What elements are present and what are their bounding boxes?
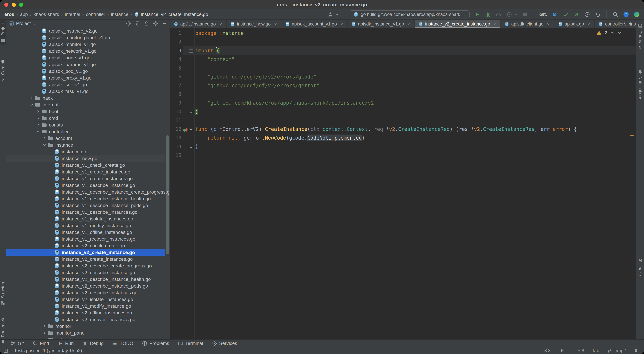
tree-item[interactable]: instance_v2_modify_instance.go <box>6 303 165 309</box>
tree-item[interactable]: instance_v2_isolate_instances.go <box>6 296 165 303</box>
tree-item[interactable]: instance_v1_create_instances.go <box>6 175 165 182</box>
tree-item[interactable]: apisdk_pod_v1.go <box>6 68 165 75</box>
code-line[interactable]: 7 "github.com/gogf/gf/v2/errors/gerror" <box>170 81 636 90</box>
tool-window-button-run[interactable]: Run <box>58 341 74 346</box>
collapse-all-button[interactable] <box>144 21 149 26</box>
project-view-selector[interactable]: Project <box>9 21 36 26</box>
project-tree-scrollbar[interactable] <box>166 135 169 254</box>
code-line[interactable]: 2 <box>170 38 636 46</box>
tree-item[interactable]: instance_new.go <box>6 155 165 162</box>
tool-window-button-git[interactable]: Git <box>10 341 24 346</box>
locate-file-button[interactable] <box>126 21 131 26</box>
run-button[interactable] <box>474 11 480 18</box>
tree-item[interactable]: instance_v2_create_instances.go <box>6 256 165 262</box>
code-editor[interactable]: 1package instance23import (4 "context"56… <box>170 28 636 339</box>
tree-item[interactable]: apisdk_params_v1.go <box>6 61 165 68</box>
tool-window-button-debug[interactable]: Debug <box>82 341 104 346</box>
tree-item[interactable]: apisdk_sell_v1.go <box>6 81 165 88</box>
unlock-icon[interactable] <box>634 348 638 353</box>
code-line[interactable]: 3import ( <box>170 46 636 55</box>
tool-window-button-terminal[interactable]: Terminal <box>178 341 203 346</box>
tree-item[interactable]: instance_v2_create_instance.go <box>6 249 165 256</box>
tool-window-button-problems[interactable]: Problems <box>142 341 169 346</box>
editor-tab[interactable]: apisdk.iclient.go <box>501 20 554 28</box>
line-separator[interactable]: LF <box>558 348 564 353</box>
tree-item[interactable]: apisdk_monitor_panel_v1.go <box>6 34 165 41</box>
tool-strip-item-notifications[interactable]: Notifications <box>636 67 644 103</box>
tree-item[interactable]: apisdk_node_v1.go <box>6 54 165 61</box>
indent-style[interactable]: Tab <box>592 348 599 353</box>
history-button[interactable] <box>584 11 590 18</box>
breadcrumb-item[interactable]: eros <box>4 12 14 17</box>
tree-item[interactable]: instance_v1_recover_instances.go <box>6 236 165 242</box>
editor-tab[interactable]: apisdk_instance_v1.go <box>348 20 415 28</box>
tab-close-icon[interactable] <box>340 22 344 26</box>
code-line[interactable]: 5 <box>170 64 636 73</box>
code-line[interactable]: 6 "github.com/gogf/gf/v2/errors/gcode" <box>170 73 636 81</box>
breadcrumb-item[interactable]: app <box>20 12 28 17</box>
rollback-button[interactable] <box>595 11 601 18</box>
fold-end-icon[interactable] <box>188 144 194 149</box>
breadcrumb-item[interactable]: instance_v2_create_instance.go <box>134 12 208 17</box>
tree-item[interactable]: instance_v1_offline_instances.go <box>6 229 165 236</box>
editor-tab[interactable]: instance_v2_create_instance.go <box>415 20 501 28</box>
tab-close-icon[interactable] <box>493 22 497 26</box>
git-branch-widget[interactable]: temp2 <box>607 348 626 353</box>
tree-item[interactable]: instance_v1_modify_instance.go <box>6 222 165 229</box>
inspection-widget[interactable]: 2 <box>596 30 622 36</box>
gear-icon[interactable] <box>153 21 158 26</box>
debug-button[interactable] <box>485 11 491 18</box>
tree-item[interactable]: cmd <box>6 115 165 122</box>
tool-strip-item-make[interactable]: Mmake <box>636 256 644 278</box>
editor-tab[interactable]: api/.../instance.go <box>170 20 226 28</box>
tool-window-switcher-icon[interactable] <box>3 348 8 353</box>
hide-panel-button[interactable] <box>162 21 167 26</box>
git-push-button[interactable] <box>573 11 580 18</box>
code-line[interactable]: 4 "context" <box>170 55 636 64</box>
fold-end-icon[interactable] <box>188 109 194 114</box>
tab-close-icon[interactable] <box>219 22 222 26</box>
profiler-button[interactable] <box>496 11 502 18</box>
tree-item[interactable]: instance_v2_describe_create_progress.go <box>6 262 165 269</box>
editor-tab[interactable]: apisdk.go <box>554 20 595 28</box>
tool-strip-item-structure[interactable]: Structure <box>0 278 6 308</box>
tree-item[interactable]: instance_v1_isolate_instances.go <box>6 215 165 222</box>
tool-window-button-todo[interactable]: TODO <box>112 341 133 346</box>
code-line[interactable]: 1package instance <box>170 29 636 38</box>
file-encoding[interactable]: UTF-8 <box>572 348 584 353</box>
tree-item[interactable]: instance_v1_check_create.go <box>6 162 165 168</box>
search-everywhere-button[interactable] <box>612 11 618 18</box>
tool-strip-item-project[interactable]: Project <box>0 20 6 45</box>
code-line[interactable]: 11 <box>170 116 636 125</box>
code-line[interactable]: 10) <box>170 107 636 116</box>
update-available-icon[interactable] <box>623 11 629 18</box>
code-line[interactable]: 13 return nil, gerror.NewCode(gcode.Code… <box>170 134 636 142</box>
coverage-button[interactable] <box>506 11 512 18</box>
expand-all-button[interactable] <box>135 21 140 26</box>
tree-item[interactable]: instance_v1_describe_instances.go <box>6 209 165 215</box>
breadcrumb-item[interactable]: instance <box>111 12 128 17</box>
caret-position[interactable]: 3:8 <box>544 348 551 353</box>
fold-start-icon[interactable] <box>188 48 194 53</box>
error-stripe-warning-mark[interactable] <box>630 135 634 136</box>
next-warning-button[interactable] <box>617 31 622 35</box>
tree-item[interactable]: apisdk_instance_v2.go <box>6 28 165 34</box>
breadcrumb-item[interactable]: internal <box>65 12 80 17</box>
tool-window-button-services[interactable]: Services <box>212 341 237 346</box>
tree-item[interactable]: network <box>6 336 165 339</box>
fold-start-icon[interactable] <box>188 127 194 132</box>
code-line[interactable]: 15 <box>170 151 636 160</box>
tool-window-button-find[interactable]: Find <box>32 341 49 346</box>
tab-close-icon[interactable] <box>546 22 550 26</box>
tree-item[interactable]: instance_v2_offline_instances.go <box>6 309 165 316</box>
tree-item[interactable]: monitor <box>6 323 165 329</box>
code-line[interactable]: 8 <box>170 90 636 99</box>
tree-item[interactable]: instance_v2_describe_instance_pods.go <box>6 282 165 289</box>
breadcrumb-item[interactable]: khaos-shark <box>34 12 59 17</box>
git-commit-button[interactable] <box>562 11 569 18</box>
tree-item[interactable]: instance_v2_check_create.go <box>6 242 165 249</box>
stop-button[interactable] <box>522 11 528 18</box>
tree-item[interactable]: instance_v2_recover_instances.go <box>6 316 165 323</box>
tree-item[interactable]: instance <box>6 142 165 148</box>
tree-item[interactable]: controller <box>6 128 165 135</box>
